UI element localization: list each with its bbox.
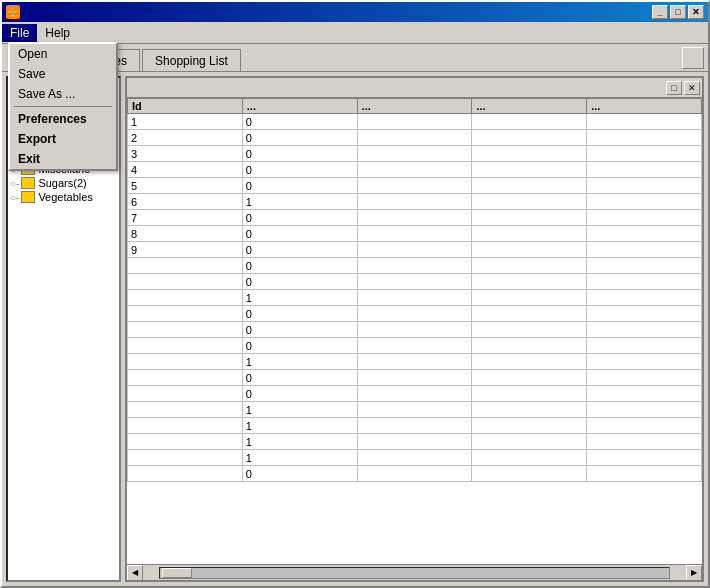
table-cell[interactable] — [357, 466, 472, 482]
table-cell[interactable]: 9 — [128, 242, 243, 258]
table-cell[interactable] — [587, 386, 702, 402]
table-cell[interactable] — [472, 242, 587, 258]
table-cell[interactable] — [587, 450, 702, 466]
table-cell[interactable] — [587, 130, 702, 146]
table-cell[interactable]: 2 — [128, 130, 243, 146]
table-cell[interactable]: 1 — [242, 450, 357, 466]
table-cell[interactable] — [472, 322, 587, 338]
table-cell[interactable]: 0 — [242, 274, 357, 290]
table-cell[interactable]: 0 — [242, 466, 357, 482]
table-cell[interactable] — [472, 306, 587, 322]
table-cell[interactable] — [472, 130, 587, 146]
table-cell[interactable]: 0 — [242, 130, 357, 146]
table-cell[interactable] — [587, 242, 702, 258]
table-cell[interactable] — [128, 402, 243, 418]
table-cell[interactable] — [357, 274, 472, 290]
tree-item-vegetables[interactable]: ○- Vegetables — [8, 190, 119, 204]
table-cell[interactable] — [587, 434, 702, 450]
table-cell[interactable]: 0 — [242, 114, 357, 130]
scroll-right-arrow[interactable]: ▶ — [686, 565, 702, 581]
table-cell[interactable] — [357, 306, 472, 322]
table-cell[interactable]: 1 — [242, 434, 357, 450]
table-cell[interactable]: 5 — [128, 178, 243, 194]
table-cell[interactable] — [587, 114, 702, 130]
table-cell[interactable] — [587, 146, 702, 162]
table-cell[interactable] — [472, 226, 587, 242]
table-cell[interactable] — [472, 290, 587, 306]
table-cell[interactable] — [357, 210, 472, 226]
table-cell[interactable] — [128, 418, 243, 434]
table-cell[interactable] — [472, 210, 587, 226]
table-cell[interactable] — [357, 226, 472, 242]
table-cell[interactable]: 3 — [128, 146, 243, 162]
menu-export[interactable]: Export — [10, 129, 116, 149]
table-cell[interactable]: 0 — [242, 242, 357, 258]
table-cell[interactable]: 8 — [128, 226, 243, 242]
table-cell[interactable] — [128, 258, 243, 274]
maximize-button[interactable]: □ — [670, 5, 686, 19]
table-cell[interactable]: 6 — [128, 194, 243, 210]
minimize-button[interactable]: _ — [652, 5, 668, 19]
table-cell[interactable] — [357, 114, 472, 130]
tab-shopping-list[interactable]: Shopping List — [142, 49, 241, 71]
table-cell[interactable] — [357, 402, 472, 418]
table-cell[interactable]: 1 — [242, 354, 357, 370]
scroll-thumb[interactable] — [162, 568, 192, 578]
panel-restore-button[interactable]: □ — [666, 81, 682, 95]
table-cell[interactable] — [472, 418, 587, 434]
table-cell[interactable] — [357, 322, 472, 338]
table-cell[interactable] — [587, 322, 702, 338]
menu-file[interactable]: File — [2, 24, 37, 42]
table-cell[interactable]: 0 — [242, 338, 357, 354]
table-cell[interactable] — [357, 130, 472, 146]
table-cell[interactable]: 0 — [242, 178, 357, 194]
table-cell[interactable]: 0 — [242, 386, 357, 402]
table-cell[interactable] — [472, 402, 587, 418]
table-cell[interactable] — [128, 306, 243, 322]
table-cell[interactable]: 4 — [128, 162, 243, 178]
table-cell[interactable] — [357, 418, 472, 434]
table-cell[interactable]: 0 — [242, 162, 357, 178]
table-cell[interactable]: 0 — [242, 258, 357, 274]
table-cell[interactable] — [357, 354, 472, 370]
table-cell[interactable] — [587, 338, 702, 354]
table-cell[interactable] — [357, 146, 472, 162]
table-cell[interactable]: 1 — [242, 290, 357, 306]
table-cell[interactable] — [587, 162, 702, 178]
table-cell[interactable] — [587, 306, 702, 322]
table-cell[interactable] — [472, 338, 587, 354]
table-cell[interactable]: 1 — [128, 114, 243, 130]
table-cell[interactable] — [587, 274, 702, 290]
table-cell[interactable] — [587, 402, 702, 418]
table-cell[interactable] — [587, 194, 702, 210]
table-cell[interactable] — [472, 258, 587, 274]
table-cell[interactable] — [357, 242, 472, 258]
panel-close-button[interactable]: ✕ — [684, 81, 700, 95]
table-cell[interactable] — [587, 226, 702, 242]
scroll-left-arrow[interactable]: ◀ — [127, 565, 143, 581]
table-cell[interactable]: 7 — [128, 210, 243, 226]
table-cell[interactable] — [472, 114, 587, 130]
table-cell[interactable]: 0 — [242, 306, 357, 322]
table-cell[interactable] — [128, 322, 243, 338]
table-cell[interactable] — [357, 450, 472, 466]
table-cell[interactable]: 1 — [242, 402, 357, 418]
table-cell[interactable]: 0 — [242, 370, 357, 386]
table-cell[interactable] — [587, 178, 702, 194]
reports-button[interactable] — [682, 47, 704, 69]
scroll-track[interactable] — [159, 567, 670, 579]
table-cell[interactable] — [472, 450, 587, 466]
table-cell[interactable] — [128, 290, 243, 306]
table-cell[interactable] — [357, 290, 472, 306]
table-cell[interactable]: 0 — [242, 322, 357, 338]
menu-open[interactable]: Open — [10, 44, 116, 64]
menu-help[interactable]: Help — [37, 24, 78, 42]
table-cell[interactable] — [587, 210, 702, 226]
table-cell[interactable]: 1 — [242, 194, 357, 210]
horizontal-scrollbar[interactable]: ◀ ▶ — [127, 564, 702, 580]
table-cell[interactable] — [472, 466, 587, 482]
table-cell[interactable] — [357, 434, 472, 450]
table-cell[interactable] — [128, 386, 243, 402]
table-cell[interactable] — [472, 146, 587, 162]
table-cell[interactable] — [472, 274, 587, 290]
